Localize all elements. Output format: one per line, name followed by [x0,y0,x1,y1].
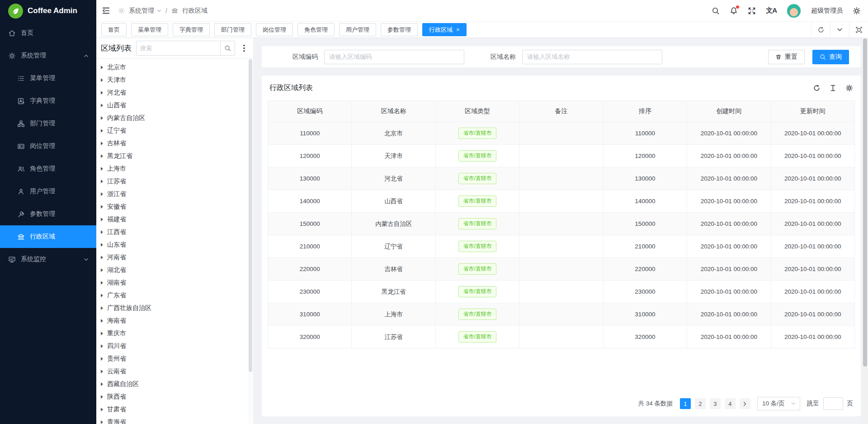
tree-item[interactable]: 安徽省 [101,200,253,213]
tree-item[interactable]: 江苏省 [101,175,253,188]
sidebar-item-dept-mgmt[interactable]: 部门管理 [0,112,96,135]
caret-right-icon[interactable] [101,154,103,158]
tab[interactable]: 参数管理 [381,23,418,36]
tree-item[interactable]: 甘肃省 [101,403,253,416]
region-name-input[interactable] [522,50,662,64]
caret-right-icon[interactable] [101,408,103,411]
main-scrollbar[interactable] [862,38,868,424]
caret-right-icon[interactable] [101,256,103,259]
tab[interactable]: 首页 [101,23,127,36]
tree-item[interactable]: 陕西省 [101,391,253,403]
caret-right-icon[interactable] [101,129,103,133]
caret-right-icon[interactable] [101,167,103,171]
caret-right-icon[interactable] [101,116,103,120]
caret-right-icon[interactable] [101,395,103,399]
sidebar-item-param-mgmt[interactable]: 参数管理 [0,203,96,225]
caret-right-icon[interactable] [101,104,103,107]
tree-item[interactable]: 河南省 [101,251,253,264]
tree-search-button[interactable] [220,41,235,55]
caret-right-icon[interactable] [101,91,103,95]
tree-item[interactable]: 黑龙江省 [101,150,253,162]
sidebar-item-post-mgmt[interactable]: 岗位管理 [0,135,96,157]
fullscreen-icon[interactable] [748,7,756,15]
sidebar-item-user-mgmt[interactable]: 用户管理 [0,180,96,203]
tree-item[interactable]: 山东省 [101,238,253,251]
tree-scrollbar-thumb[interactable] [249,59,252,372]
tree-item[interactable]: 辽宁省 [101,124,253,137]
page-button[interactable]: 4 [725,398,736,409]
caret-right-icon[interactable] [101,420,103,424]
page-button[interactable]: 2 [695,398,706,409]
caret-right-icon[interactable] [101,230,103,234]
tab-close-icon[interactable] [456,27,460,33]
reset-button[interactable]: 重置 [768,50,805,64]
tab[interactable]: 字典管理 [173,23,210,36]
settings-gear-icon[interactable] [853,7,861,15]
tab[interactable]: 角色管理 [297,23,335,36]
search-icon[interactable] [712,7,720,15]
refresh-icon[interactable] [813,84,821,92]
region-code-input[interactable] [324,50,464,64]
caret-right-icon[interactable] [101,357,103,361]
caret-right-icon[interactable] [101,294,103,297]
jump-page-input[interactable] [823,397,843,410]
sidebar-item-home[interactable]: 首页 [0,22,96,44]
caret-right-icon[interactable] [101,332,103,335]
sidebar-item-dict-mgmt[interactable]: 字典管理 [0,90,96,112]
caret-right-icon[interactable] [101,268,103,272]
avatar[interactable] [787,4,801,18]
tree-item[interactable]: 浙江省 [101,188,253,200]
tree-item[interactable]: 云南省 [101,365,253,378]
tree-item[interactable]: 广西壮族自治区 [101,302,253,314]
tree-search-input[interactable] [137,41,220,55]
caret-right-icon[interactable] [101,344,103,348]
tree-item[interactable]: 上海市 [101,162,253,175]
tab[interactable]: 岗位管理 [256,23,293,36]
menu-fold-icon[interactable] [102,6,110,15]
column-settings-gear-icon[interactable] [845,84,853,92]
caret-right-icon[interactable] [101,370,103,373]
caret-right-icon[interactable] [101,218,103,221]
sidebar-item-monitor[interactable]: 系统监控 [0,248,96,271]
tree-item[interactable]: 河北省 [101,86,253,99]
caret-right-icon[interactable] [101,319,103,323]
user-name[interactable]: 超级管理员 [811,7,843,15]
page-size-select[interactable]: 10 条/页 [757,397,800,410]
tree-item[interactable]: 山西省 [101,99,253,112]
tree-item[interactable]: 广东省 [101,289,253,302]
notification-bell[interactable] [730,7,738,15]
sidebar-item-menu-mgmt[interactable]: 菜单管理 [0,67,96,90]
refresh-tab-button[interactable] [811,22,830,38]
tab-options-button[interactable] [830,22,849,38]
maximize-button[interactable] [849,22,868,38]
sidebar-item-region[interactable]: 行政区域 [0,225,96,248]
tree-item[interactable]: 内蒙古自治区 [101,112,253,124]
sidebar-item-role-mgmt[interactable]: 角色管理 [0,157,96,180]
caret-right-icon[interactable] [101,281,103,285]
tree-item[interactable]: 天津市 [101,74,253,86]
tab[interactable]: 菜单管理 [131,23,168,36]
tree-item[interactable]: 重庆市 [101,327,253,340]
breadcrumb-section[interactable]: 系统管理 [129,7,154,15]
tree-item[interactable]: 西藏自治区 [101,378,253,391]
caret-right-icon[interactable] [101,306,103,310]
caret-right-icon[interactable] [101,243,103,247]
tree-item[interactable]: 青海省 [101,416,253,424]
tree-item[interactable]: 湖北省 [101,264,253,276]
page-button[interactable]: 1 [680,398,691,409]
tab[interactable]: 部门管理 [214,23,251,36]
caret-right-icon[interactable] [101,382,103,386]
tree-more-button[interactable] [240,43,249,53]
caret-right-icon[interactable] [101,192,103,196]
caret-right-icon[interactable] [101,142,103,145]
search-button[interactable]: 查询 [812,50,849,64]
tree-item[interactable]: 吉林省 [101,137,253,150]
tree-item[interactable]: 贵州省 [101,353,253,365]
row-height-icon[interactable] [829,84,837,92]
next-page-button[interactable] [740,398,750,409]
tree-scrollbar[interactable] [248,59,253,423]
caret-right-icon[interactable] [101,78,103,82]
caret-right-icon[interactable] [101,180,103,183]
translate-icon[interactable]: 文A [766,6,777,15]
tree-item[interactable]: 海南省 [101,314,253,327]
